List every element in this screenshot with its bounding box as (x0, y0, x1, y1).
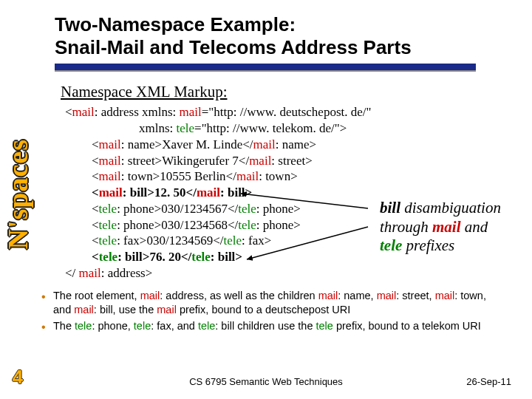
bullet-item: The tele: phone, tele: fax, and tele: bi… (41, 319, 507, 334)
callout-text: bill disambiguation through mail and tel… (380, 199, 517, 255)
code-line: <mail: name>Xaver M. Linde</mail: name> (65, 137, 508, 153)
vertical-text: N'spaces (1, 139, 34, 249)
footer-date: 26-Sep-11 (466, 376, 511, 387)
bullet-item: The root element, mail: address, as well… (41, 289, 507, 318)
slide-title: Two-Namespace Example: Snail-Mail and Te… (0, 0, 532, 59)
code-line: <mail: town>10555 Berlin</mail: town> (65, 168, 508, 185)
title-line1: Two-Namespace Example: (55, 13, 532, 36)
xml-code-block: <mail: address xmlns: mail="http: //www.… (65, 104, 508, 281)
code-line: <mail: address xmlns: mail="http: //www.… (65, 104, 508, 120)
vertical-side-label: N'spaces (1, 139, 34, 309)
code-line: <mail: street>Wikingerufer 7</mail: stre… (65, 153, 508, 169)
code-line: </ mail: address> (65, 265, 508, 282)
title-underline (55, 64, 476, 75)
footer-course: CS 6795 Semantic Web Techniques (0, 376, 532, 387)
title-line2: Snail-Mail and Telecoms Address Parts (55, 36, 532, 59)
bullet-list: The root element, mail: address, as well… (41, 289, 507, 334)
subheading: Namespace XML Markup: (61, 83, 532, 101)
code-line: xmlns: tele="http: //www. telekom. de/"> (65, 120, 508, 137)
